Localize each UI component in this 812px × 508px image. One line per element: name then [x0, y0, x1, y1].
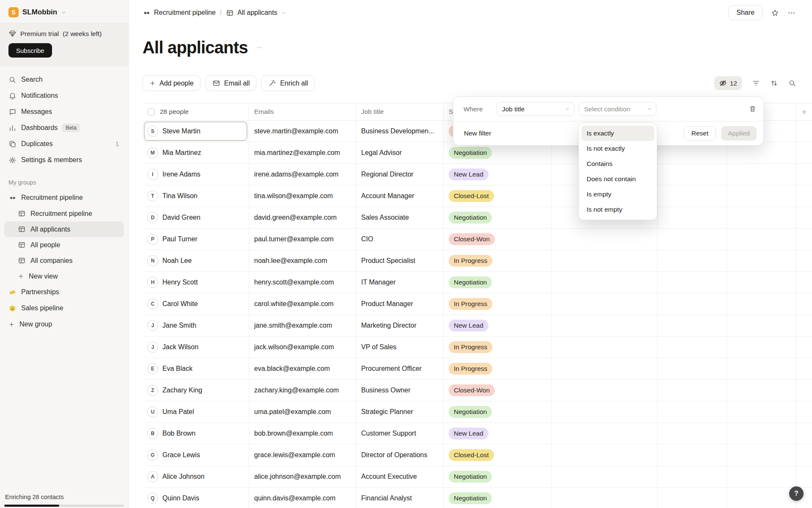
cell-job-title[interactable]: Product Manager: [356, 293, 444, 315]
sidebar-item-notifications[interactable]: Notifications: [4, 88, 124, 104]
cell-stage[interactable]: Closed-Lost: [444, 444, 551, 466]
cell-email[interactable]: bob.brown@example.com: [249, 423, 356, 444]
cell-empty[interactable]: [727, 272, 796, 293]
cell-empty[interactable]: [551, 337, 658, 358]
cell-email[interactable]: alice.johnson@example.com: [249, 466, 356, 487]
table-row[interactable]: A Alice Johnson alice.johnson@example.co…: [143, 466, 812, 488]
cell-stage[interactable]: New Lead: [444, 315, 551, 336]
cell-stage[interactable]: In Progress: [444, 293, 551, 315]
cell-empty[interactable]: [658, 185, 727, 207]
cell-empty[interactable]: [658, 229, 727, 250]
share-button[interactable]: Share: [728, 5, 763, 20]
cell-email[interactable]: jack.wilson@example.com: [249, 337, 356, 358]
table-row[interactable]: B Bob Brown bob.brown@example.com Custom…: [143, 423, 812, 444]
cell-person[interactable]: N Noah Lee: [143, 250, 249, 271]
cell-empty[interactable]: [658, 337, 727, 358]
cell-job-title[interactable]: Product Specialist: [356, 250, 444, 271]
breadcrumb-all-applicants[interactable]: All applicants: [226, 9, 286, 17]
table-row[interactable]: T Tina Wilson tina.wilson@example.com Ac…: [143, 185, 812, 207]
filter-field-select[interactable]: Job title: [497, 102, 574, 116]
cell-person[interactable]: E Eva Black: [143, 358, 249, 379]
cell-job-title[interactable]: Account Manager: [356, 185, 444, 207]
hidden-fields-button[interactable]: 12: [714, 76, 742, 90]
cell-email[interactable]: quinn.davis@example.com: [249, 488, 356, 508]
header-job-title[interactable]: Job title: [356, 103, 444, 120]
sidebar-item-dashboards[interactable]: DashboardsBeta: [4, 120, 124, 136]
cell-stage[interactable]: Negotiation: [444, 466, 551, 487]
header-people[interactable]: 28 people: [143, 103, 249, 120]
cell-empty[interactable]: [658, 401, 727, 422]
cell-job-title[interactable]: IT Manager: [356, 272, 444, 293]
cell-job-title[interactable]: Strategic Planner: [356, 401, 444, 422]
sort-button[interactable]: [770, 79, 778, 87]
cell-email[interactable]: mia.martinez@example.com: [249, 142, 356, 163]
cell-stage[interactable]: Negotiation: [444, 488, 551, 508]
cell-empty[interactable]: [727, 423, 796, 444]
cell-email[interactable]: uma.patel@example.com: [249, 401, 356, 422]
cell-stage[interactable]: Negotiation: [444, 207, 551, 228]
more-options-button[interactable]: [787, 9, 796, 17]
cell-email[interactable]: noah.lee@example.com: [249, 250, 356, 271]
cell-email[interactable]: grace.lewis@example.com: [249, 444, 356, 466]
cell-empty[interactable]: [727, 250, 796, 271]
sidebar-view-recruitment-pipeline[interactable]: Recruitment pipeline: [4, 206, 124, 221]
cell-empty[interactable]: [658, 164, 727, 185]
cell-person[interactable]: C Carol White: [143, 293, 249, 315]
cell-email[interactable]: eva.black@example.com: [249, 358, 356, 379]
title-menu-button[interactable]: [256, 44, 263, 51]
filter-button[interactable]: [752, 79, 760, 87]
header-emails[interactable]: Emails: [249, 103, 356, 120]
add-people-button[interactable]: Add people: [143, 75, 200, 91]
cell-email[interactable]: irene.adams@example.com: [249, 164, 356, 185]
cell-empty[interactable]: [658, 207, 727, 228]
new-filter-button[interactable]: New filter: [460, 130, 491, 137]
cell-email[interactable]: paul.turner@example.com: [249, 229, 356, 250]
sidebar-group-partnerships[interactable]: Partnerships: [4, 284, 124, 300]
cell-job-title[interactable]: VP of Sales: [356, 337, 444, 358]
table-row[interactable]: H Henry Scott henry.scott@example.com IT…: [143, 272, 812, 293]
cell-empty[interactable]: [658, 444, 727, 466]
cell-person[interactable]: S Steve Martin: [143, 121, 249, 142]
cell-empty[interactable]: [658, 380, 727, 401]
favorite-button[interactable]: [771, 9, 779, 17]
condition-option-contains[interactable]: Contains: [582, 156, 654, 171]
cell-empty[interactable]: [658, 315, 727, 336]
cell-empty[interactable]: [658, 466, 727, 487]
cell-job-title[interactable]: CIO: [356, 229, 444, 250]
delete-filter-button[interactable]: [749, 105, 757, 113]
sidebar-item-settings-members[interactable]: Settings & members: [4, 152, 124, 168]
cell-empty[interactable]: [658, 358, 727, 379]
breadcrumb-recruitment-pipeline[interactable]: Recruitment pipeline: [143, 9, 216, 17]
workspace-switcher[interactable]: S SLMobbin: [0, 0, 128, 23]
condition-option-is-exactly[interactable]: Is exactly: [582, 126, 654, 141]
cell-empty[interactable]: [727, 466, 796, 487]
cell-empty[interactable]: [727, 293, 796, 315]
sidebar-item-duplicates[interactable]: Duplicates1: [4, 136, 124, 152]
sidebar-item-search[interactable]: Search: [4, 72, 124, 88]
cell-empty[interactable]: [658, 293, 727, 315]
table-row[interactable]: Z Zachary King zachary.king@example.com …: [143, 380, 812, 401]
applied-button[interactable]: Applied: [721, 126, 757, 141]
cell-job-title[interactable]: Procurement Officer: [356, 358, 444, 379]
cell-job-title[interactable]: Business Owner: [356, 380, 444, 401]
cell-empty[interactable]: [551, 293, 658, 315]
cell-person[interactable]: T Tina Wilson: [143, 185, 249, 207]
cell-empty[interactable]: [727, 444, 796, 466]
cell-empty[interactable]: [727, 358, 796, 379]
subscribe-button[interactable]: Subscribe: [8, 43, 52, 58]
cell-email[interactable]: jane.smith@example.com: [249, 315, 356, 336]
cell-empty[interactable]: [551, 380, 658, 401]
cell-job-title[interactable]: Business Developmen...: [356, 121, 444, 142]
cell-empty[interactable]: [727, 380, 796, 401]
email-all-button[interactable]: Email all: [206, 75, 256, 91]
cell-person[interactable]: Z Zachary King: [143, 380, 249, 401]
cell-person[interactable]: I Irene Adams: [143, 164, 249, 185]
cell-empty[interactable]: [727, 488, 796, 508]
search-table-button[interactable]: [788, 79, 796, 87]
condition-option-does-not-contain[interactable]: Does not contain: [582, 171, 654, 187]
table-row[interactable]: D David Green david.green@example.com Sa…: [143, 207, 812, 229]
cell-person[interactable]: P Paul Turner: [143, 229, 249, 250]
table-row[interactable]: J Jane Smith jane.smith@example.com Mark…: [143, 315, 812, 337]
cell-empty[interactable]: [551, 444, 658, 466]
cell-stage[interactable]: New Lead: [444, 423, 551, 444]
